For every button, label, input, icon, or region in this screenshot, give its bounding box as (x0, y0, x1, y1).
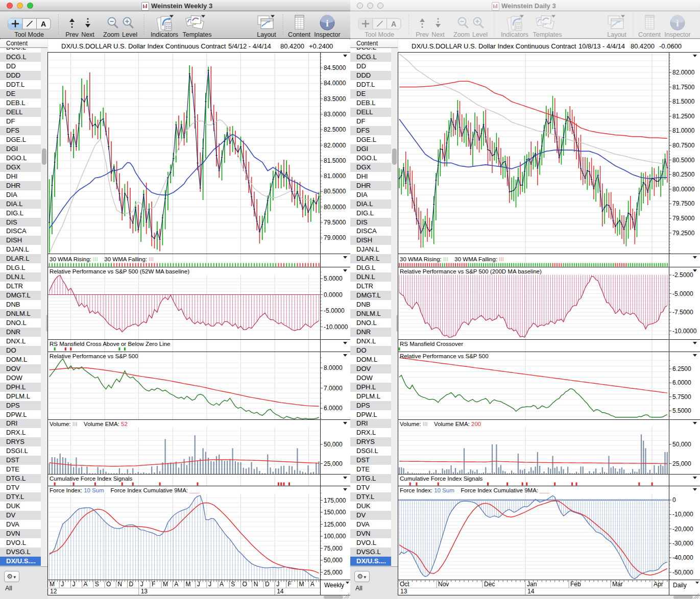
svg-text:6.0000: 6.0000 (672, 379, 691, 386)
svg-text:100,000: 100,000 (324, 533, 346, 540)
svg-text:M: M (186, 581, 191, 588)
svg-text:84.0000: 84.0000 (324, 80, 346, 87)
svg-text:Volume: III Volume EMA: 52: Volume: III Volume EMA: 52 (50, 421, 128, 427)
svg-text:81.0000: 81.0000 (672, 127, 695, 134)
svg-text:Relative Performance vs S&P 50: Relative Performance vs S&P 500 (52W MA … (50, 268, 189, 274)
svg-text:-20,000: -20,000 (672, 526, 693, 533)
svg-text:81.0000: 81.0000 (324, 172, 346, 180)
svg-text:82.0000: 82.0000 (324, 142, 346, 149)
svg-text:79.7500: 79.7500 (672, 200, 695, 207)
svg-text:82.0000: 82.0000 (672, 69, 695, 76)
svg-text:i: i (676, 18, 679, 29)
svg-text:5.5000: 5.5000 (672, 407, 691, 414)
svg-text:F: F (287, 581, 291, 588)
svg-text:0: 0 (672, 496, 676, 504)
svg-text:83.5000: 83.5000 (324, 95, 346, 103)
svg-text:80.5000: 80.5000 (672, 157, 695, 164)
svg-text:-7.5000: -7.5000 (672, 309, 693, 316)
svg-text:5.0000: 5.0000 (324, 275, 343, 282)
svg-text:82.5000: 82.5000 (324, 126, 346, 133)
svg-text:Force Index: 10 Sum Force I: Force Index: 10 Sum Force Index Cumulati… (50, 487, 200, 493)
svg-text:Oct: Oct (400, 581, 409, 588)
svg-text:6.0000: 6.0000 (324, 405, 343, 412)
svg-text:30 WMA Rising: III 30 WMA F: 30 WMA Rising: III 30 WMA Falling: III (50, 256, 154, 262)
svg-text:Relative Performance vs S&P 50: Relative Performance vs S&P 500 (50, 353, 138, 359)
svg-text:Cumulative Force Index Signals: Cumulative Force Index Signals (50, 476, 133, 482)
svg-text:80.0000: 80.0000 (672, 186, 695, 193)
svg-text:Relative Performance vs S&P 50: Relative Performance vs S&P 500 (400, 353, 489, 359)
svg-text:-50,000: -50,000 (672, 569, 693, 576)
svg-text:75,000: 75,000 (324, 545, 343, 552)
svg-text:i: i (326, 18, 328, 29)
svg-text:-10.0000: -10.0000 (324, 323, 348, 331)
svg-text:N: N (117, 581, 122, 588)
svg-text:12: 12 (50, 588, 57, 595)
svg-text:Weekly: Weekly (324, 582, 344, 589)
svg-text:S: S (95, 581, 99, 588)
svg-text:125,000: 125,000 (324, 521, 346, 528)
svg-text:A: A (41, 20, 46, 28)
svg-text:J: J (61, 581, 64, 588)
svg-text:RS Mansfield Crossover: RS Mansfield Crossover (400, 341, 463, 347)
svg-text:79.5000: 79.5000 (324, 219, 346, 226)
svg-text:8.0000: 8.0000 (324, 364, 343, 371)
svg-text:Daily: Daily (673, 582, 687, 589)
svg-text:J: J (276, 581, 279, 588)
svg-text:80.0000: 80.0000 (324, 204, 346, 211)
svg-text:Force Index: 10 Sum Force I: Force Index: 10 Sum Force Index Cumulati… (400, 487, 550, 493)
svg-text:80.7500: 80.7500 (672, 142, 695, 149)
svg-text:A: A (391, 20, 396, 28)
svg-text:Nov: Nov (438, 581, 449, 588)
svg-text:-10,000: -10,000 (672, 511, 693, 518)
svg-text:79.2500: 79.2500 (672, 230, 695, 237)
svg-text:81.5000: 81.5000 (672, 98, 695, 105)
svg-text:D: D (265, 581, 270, 588)
svg-text:79.5000: 79.5000 (672, 215, 695, 222)
svg-text:81.7500: 81.7500 (672, 84, 695, 91)
svg-text:84.5000: 84.5000 (324, 64, 346, 71)
svg-text:13: 13 (141, 588, 148, 595)
svg-text:-5.0000: -5.0000 (324, 307, 345, 314)
svg-text:80.2500: 80.2500 (672, 171, 695, 178)
svg-text:25,000: 25,000 (324, 569, 343, 576)
svg-text:80.5000: 80.5000 (324, 188, 346, 195)
svg-text:25,000: 25,000 (672, 460, 691, 467)
svg-text:150,000: 150,000 (324, 509, 346, 516)
svg-text:50,000: 50,000 (672, 441, 691, 448)
svg-text:-30,000: -30,000 (672, 540, 693, 547)
svg-text:6.2500: 6.2500 (672, 365, 691, 372)
svg-text:30 WMA Rising: III 30 WMA F: 30 WMA Rising: III 30 WMA Falling: III (400, 256, 504, 262)
svg-text:5.7500: 5.7500 (672, 393, 691, 401)
svg-text:13: 13 (400, 588, 407, 595)
svg-text:25,000: 25,000 (324, 460, 343, 467)
svg-text:175,000: 175,000 (324, 497, 346, 504)
svg-text:50,000: 50,000 (324, 557, 343, 564)
svg-text:S: S (231, 581, 235, 588)
svg-text:14: 14 (527, 588, 535, 595)
svg-text:50,000: 50,000 (324, 441, 343, 448)
svg-text:Jan: Jan (527, 581, 537, 588)
svg-text:79.0000: 79.0000 (324, 234, 346, 241)
svg-text:Volume: III Volume EMA: 200: Volume: III Volume EMA: 200 (400, 421, 481, 427)
svg-text:RS Mansfield Cross Above or Be: RS Mansfield Cross Above or Below Zero L… (50, 341, 171, 347)
svg-text:-10.0000: -10.0000 (672, 328, 697, 335)
svg-text:-2.5000: -2.5000 (672, 271, 693, 279)
svg-text:-5.0000: -5.0000 (672, 290, 693, 297)
svg-text:Relative Performance vs S&P 50: Relative Performance vs S&P 500 (200D MA… (400, 268, 542, 274)
svg-text:A: A (174, 581, 178, 588)
svg-text:0.0000: 0.0000 (324, 291, 343, 298)
svg-text:14: 14 (277, 588, 284, 595)
svg-text:7.0000: 7.0000 (324, 385, 343, 392)
svg-text:83.0000: 83.0000 (324, 111, 346, 118)
svg-text:81.2500: 81.2500 (672, 113, 695, 120)
svg-text:81.5000: 81.5000 (324, 157, 346, 164)
svg-text:F: F (152, 581, 155, 588)
svg-text:Cumulative Force Index Signals: Cumulative Force Index Signals (400, 476, 483, 482)
svg-text:-40,000: -40,000 (672, 554, 693, 561)
svg-text:Mar: Mar (612, 581, 623, 588)
